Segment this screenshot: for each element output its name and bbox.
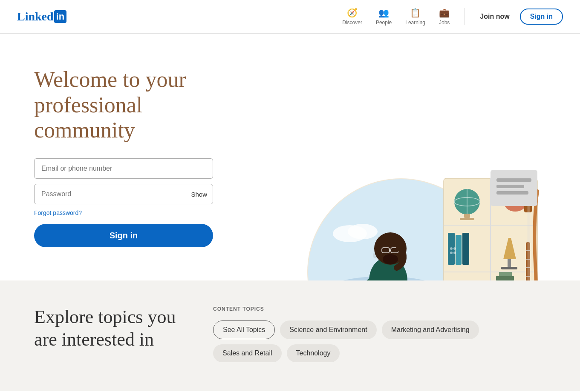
nav-label-learning: Learning [405,20,425,26]
nav-divider [464,8,465,25]
forgot-password-link[interactable]: Forgot password? [34,209,230,216]
svg-rect-24 [462,233,469,265]
nav-items: 🧭 Discover 👥 People 📋 Learning 💼 Jobs [336,5,456,28]
hero-section: Welcome to your professional community S… [0,34,580,280]
linkedin-logo[interactable]: Linkedin [17,10,66,23]
svg-rect-14 [464,214,470,218]
topic-science[interactable]: Science and Environment [280,320,376,339]
svg-point-26 [450,252,453,254]
signin-button[interactable]: Sign in [34,224,213,247]
svg-rect-56 [496,178,531,182]
content-topics-label: CONTENT TOPICS [213,306,546,312]
bottom-section: Explore topics you are interested in CON… [0,280,580,391]
svg-rect-57 [496,185,524,188]
nav-label-discover: Discover [342,20,362,26]
svg-point-25 [450,247,453,250]
discover-icon: 🧭 [347,8,358,18]
header: Linkedin 🧭 Discover 👥 People 📋 Learning … [0,0,580,34]
bottom-right: CONTENT TOPICS See All Topics Science an… [213,306,546,362]
topics-grid: See All Topics Science and Environment M… [213,320,546,362]
hero-title: Welcome to your professional community [34,67,230,143]
svg-rect-23 [456,235,462,265]
svg-rect-40 [496,276,514,280]
email-form-group [34,158,230,179]
svg-point-27 [453,247,456,250]
main-nav: 🧭 Discover 👥 People 📋 Learning 💼 Jobs Jo… [336,5,563,28]
topic-technology[interactable]: Technology [287,344,340,362]
hero-left: Welcome to your professional community S… [34,67,230,247]
svg-rect-58 [496,191,528,195]
password-form-group: Show [34,184,230,204]
nav-item-discover[interactable]: 🧭 Discover [336,5,368,28]
header-signin-button[interactable]: Sign in [520,9,563,25]
people-icon: 👥 [378,8,389,18]
bottom-left: Explore topics you are interested in [34,306,179,351]
password-wrapper: Show [34,184,213,204]
svg-rect-30 [508,259,511,268]
logo-text: Linked [17,10,54,23]
email-input[interactable] [34,158,213,179]
svg-point-28 [453,252,456,254]
svg-rect-45 [526,242,530,280]
topic-marketing[interactable]: Marketing and Advertising [382,320,479,339]
svg-rect-31 [501,267,517,269]
nav-item-learning[interactable]: 📋 Learning [399,5,431,28]
nav-item-people[interactable]: 👥 People [370,5,398,28]
topic-sales[interactable]: Sales and Retail [213,344,282,362]
show-password-button[interactable]: Show [191,191,207,198]
learning-icon: 📋 [410,8,421,18]
jobs-icon: 💼 [439,8,450,18]
nav-item-jobs[interactable]: 💼 Jobs [433,5,456,28]
password-input[interactable] [34,184,213,204]
explore-title: Explore topics you are interested in [34,306,179,351]
logo-in: in [54,10,67,23]
svg-point-77 [383,254,398,264]
nav-label-jobs: Jobs [439,20,450,26]
nav-label-people: People [376,20,392,26]
hero-illustration: ✕ ◼ ● ▲ [265,157,546,280]
svg-point-4 [348,224,378,239]
svg-rect-15 [460,218,474,220]
svg-rect-41 [499,272,512,276]
topic-see-all[interactable]: See All Topics [213,320,275,339]
join-now-button[interactable]: Join now [473,9,516,24]
